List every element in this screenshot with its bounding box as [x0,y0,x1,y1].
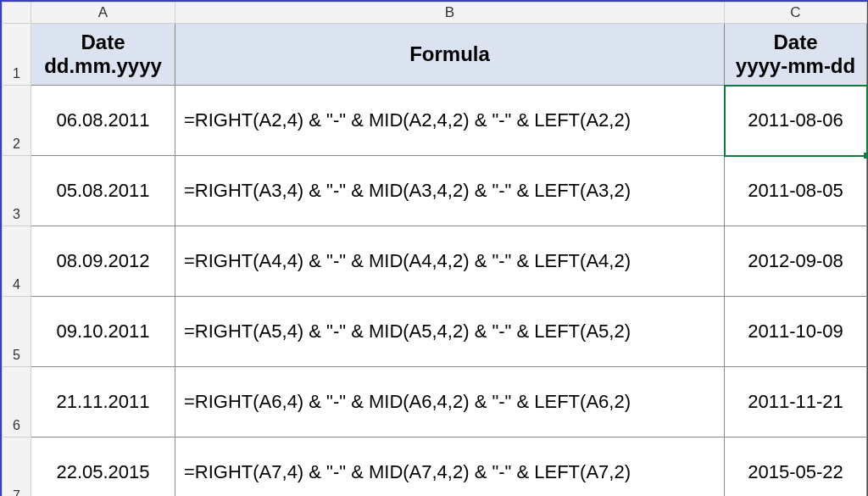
column-header-C[interactable]: C [725,3,867,24]
row-5: 5 09.10.2011 =RIGHT(A5,4) & "-" & MID(A5… [3,297,867,367]
spreadsheet-viewport: A B C 1 Datedd.mm.yyyy Formula Dateyyyy-… [0,0,868,496]
cell-C5[interactable]: 2011-10-09 [725,297,867,367]
cell-C7[interactable]: 2015-05-22 [725,437,867,497]
row-header-3[interactable]: 3 [3,156,31,226]
cell-A4[interactable]: 08.09.2012 [31,226,175,297]
spreadsheet-grid[interactable]: A B C 1 Datedd.mm.yyyy Formula Dateyyyy-… [2,2,867,496]
row-6: 6 21.11.2011 =RIGHT(A6,4) & "-" & MID(A6… [3,367,867,437]
cell-C3[interactable]: 2011-08-05 [725,156,867,226]
cell-B1[interactable]: Formula [175,24,725,86]
row-2: 2 06.08.2011 =RIGHT(A2,4) & "-" & MID(A2… [3,86,867,156]
row-header-7[interactable]: 7 [3,437,31,497]
column-header-B[interactable]: B [175,3,725,24]
row-header-1[interactable]: 1 [3,24,31,86]
cell-B7[interactable]: =RIGHT(A7,4) & "-" & MID(A7,4,2) & "-" &… [175,437,725,497]
column-header-row: A B C [3,3,867,24]
cell-B6[interactable]: =RIGHT(A6,4) & "-" & MID(A6,4,2) & "-" &… [175,367,725,437]
cell-A1[interactable]: Datedd.mm.yyyy [31,24,175,86]
cell-C6[interactable]: 2011-11-21 [725,367,867,437]
cell-A6[interactable]: 21.11.2011 [31,367,175,437]
row-header-4[interactable]: 4 [3,226,31,297]
cell-B5[interactable]: =RIGHT(A5,4) & "-" & MID(A5,4,2) & "-" &… [175,297,725,367]
cell-C4[interactable]: 2012-09-08 [725,226,867,297]
row-header-2[interactable]: 2 [3,86,31,156]
cell-A7[interactable]: 22.05.2015 [31,437,175,497]
cell-C2[interactable]: 2011-08-06 [725,86,867,156]
row-3: 3 05.08.2011 =RIGHT(A3,4) & "-" & MID(A3… [3,156,867,226]
row-1: 1 Datedd.mm.yyyy Formula Dateyyyy-mm-dd [3,24,867,86]
cell-B3[interactable]: =RIGHT(A3,4) & "-" & MID(A3,4,2) & "-" &… [175,156,725,226]
cell-A5[interactable]: 09.10.2011 [31,297,175,367]
cell-C1[interactable]: Dateyyyy-mm-dd [725,24,867,86]
row-header-5[interactable]: 5 [3,297,31,367]
row-4: 4 08.09.2012 =RIGHT(A4,4) & "-" & MID(A4… [3,226,867,297]
cell-B2[interactable]: =RIGHT(A2,4) & "-" & MID(A2,4,2) & "-" &… [175,86,725,156]
cell-A2[interactable]: 06.08.2011 [31,86,175,156]
cell-B4[interactable]: =RIGHT(A4,4) & "-" & MID(A4,4,2) & "-" &… [175,226,725,297]
column-header-A[interactable]: A [31,3,175,24]
cell-A3[interactable]: 05.08.2011 [31,156,175,226]
select-all-corner[interactable] [3,3,31,24]
row-7: 7 22.05.2015 =RIGHT(A7,4) & "-" & MID(A7… [3,437,867,497]
row-header-6[interactable]: 6 [3,367,31,437]
